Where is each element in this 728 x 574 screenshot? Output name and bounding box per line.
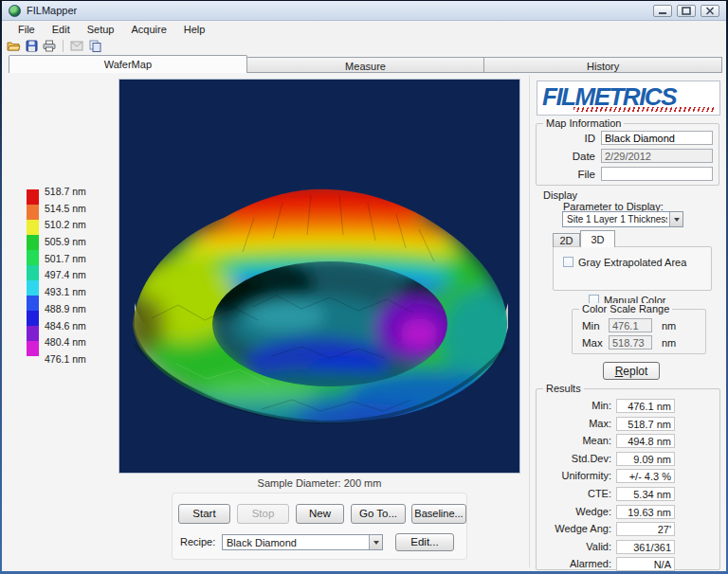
panel-divider xyxy=(529,75,530,567)
result-value: 5.34 nm xyxy=(616,487,675,501)
color-scale-range-title: Color Scale Range xyxy=(579,303,672,314)
result-label: Alarmed: xyxy=(570,558,611,569)
result-value: 476.1 nm xyxy=(616,399,675,413)
recipe-value: Black Diamond xyxy=(227,537,367,548)
id-field[interactable] xyxy=(601,131,713,145)
legend-colorbar xyxy=(27,189,39,356)
menu-file[interactable]: File xyxy=(9,22,44,38)
window-frame: FILMapper File Edit Setup Acquire Help xyxy=(0,0,728,574)
id-label: ID xyxy=(537,133,595,144)
filmapper-window: FILMapper File Edit Setup Acquire Help xyxy=(2,1,726,571)
recipe-dropdown-arrow[interactable] xyxy=(369,535,382,549)
go-to-button[interactable]: Go To... xyxy=(351,504,406,524)
legend-label: 488.9 nm xyxy=(45,301,86,318)
legend-label: 476.1 nm xyxy=(45,351,86,368)
baseline-button[interactable]: Baseline... xyxy=(411,504,466,524)
gray-extrapolated-checkbox[interactable] xyxy=(563,257,573,267)
legend-label: 510.2 nm xyxy=(45,217,86,234)
menu-setup[interactable]: Setup xyxy=(79,22,123,38)
wafermap-page: 518.7 nm514.5 nm510.2 nm505.9 nm501.7 nm… xyxy=(4,73,724,569)
result-label: Wedge: xyxy=(575,506,611,517)
gray-extrapolated-label: Gray Extrapolated Area xyxy=(578,257,686,268)
result-value: 518.7 nm xyxy=(616,417,675,431)
recipe-label: Recipe: xyxy=(180,536,215,547)
legend-labels: 518.7 nm514.5 nm510.2 nm505.9 nm501.7 nm… xyxy=(45,184,86,368)
sample-diameter-caption: Sample Diameter: 200 mm xyxy=(118,477,520,489)
tab-2d[interactable]: 2D xyxy=(553,233,580,247)
start-button[interactable]: Start xyxy=(178,504,230,524)
copy-icon[interactable] xyxy=(87,39,102,53)
file-field[interactable] xyxy=(601,167,713,181)
edit-recipe-button[interactable]: Edit... xyxy=(395,533,454,551)
menu-bar: File Edit Setup Acquire Help xyxy=(2,22,726,38)
date-field[interactable] xyxy=(601,149,713,163)
min-field[interactable] xyxy=(609,318,652,332)
toolbar-separator xyxy=(63,40,64,52)
recipe-combobox[interactable]: Black Diamond xyxy=(222,534,383,550)
replot-button[interactable]: Replot xyxy=(603,362,660,380)
result-value: 361/361 xyxy=(616,540,675,554)
legend-label: 497.4 nm xyxy=(45,267,86,284)
result-value: 494.8 nm xyxy=(616,434,675,448)
parameter-combobox[interactable]: Site 1 Layer 1 Thickness xyxy=(562,211,683,227)
result-row: Wedge Ang:27' xyxy=(537,521,719,539)
chevron-down-icon xyxy=(674,218,680,222)
print-icon[interactable] xyxy=(42,39,57,53)
result-value: +/- 4.3 % xyxy=(616,469,675,483)
toolbar xyxy=(2,38,726,54)
parameter-dropdown-arrow[interactable] xyxy=(669,212,682,226)
title-bar[interactable]: FILMapper xyxy=(2,1,726,21)
tab-measure[interactable]: Measure xyxy=(247,57,485,73)
result-value: 9.09 nm xyxy=(616,452,675,466)
max-field[interactable] xyxy=(609,335,652,350)
menu-help[interactable]: Help xyxy=(175,22,214,38)
result-row: Min:476.1 nm xyxy=(537,398,719,416)
maximize-button[interactable] xyxy=(677,5,696,17)
close-icon xyxy=(705,7,715,15)
new-button[interactable]: New xyxy=(296,504,344,524)
save-icon[interactable] xyxy=(24,39,39,53)
color-scale-range-group: Color Scale Range Min nm Max nm xyxy=(572,309,706,354)
tab-3d[interactable]: 3D xyxy=(580,230,615,247)
tab-history[interactable]: History xyxy=(484,57,722,73)
main-tabstrip: WaferMap Measure History xyxy=(9,55,722,73)
result-label: Wedge Ang: xyxy=(555,523,611,534)
map-information-title: Map Information xyxy=(543,117,624,129)
menu-edit[interactable]: Edit xyxy=(44,22,79,38)
report-icon[interactable] xyxy=(69,39,84,53)
result-row: Max:518.7 nm xyxy=(537,416,719,434)
tab-wafermap[interactable]: WaferMap xyxy=(9,55,247,73)
wafer-3d-plot[interactable] xyxy=(118,79,520,474)
filmetrics-logo-hatch xyxy=(573,107,716,112)
stop-button[interactable]: Stop xyxy=(237,504,289,524)
result-value: 27' xyxy=(616,522,675,536)
result-value: N/A xyxy=(616,557,675,571)
result-label: Valid: xyxy=(586,541,611,552)
result-value: 19.63 nm xyxy=(616,505,675,519)
result-label: Max: xyxy=(589,418,611,429)
result-label: Min: xyxy=(592,400,611,411)
wafer-3d-render xyxy=(119,80,519,473)
min-unit: nm xyxy=(662,320,676,332)
max-label: Max xyxy=(582,337,605,349)
map-information-group: Map Information ID Date File xyxy=(536,123,719,186)
results-rows: Min:476.1 nmMax:518.7 nmMean:494.8 nmStd… xyxy=(537,398,719,574)
app-icon xyxy=(9,5,21,17)
filmetrics-logo: FILMETRICS xyxy=(537,81,720,116)
result-label: Std.Dev: xyxy=(572,453,611,464)
file-label: File xyxy=(537,169,595,180)
close-button[interactable] xyxy=(701,5,719,17)
legend-label: 480.4 nm xyxy=(45,334,86,351)
chevron-down-icon xyxy=(373,541,379,545)
minimize-button[interactable] xyxy=(653,5,672,17)
open-file-icon[interactable] xyxy=(6,39,21,53)
maximize-icon xyxy=(682,7,691,15)
menu-acquire[interactable]: Acquire xyxy=(122,22,174,38)
legend-label: 493.1 nm xyxy=(45,284,86,301)
results-group: Results Min:476.1 nmMax:518.7 nmMean:494… xyxy=(536,388,720,570)
legend-label: 484.6 nm xyxy=(45,318,86,335)
result-label: Uniformity: xyxy=(561,470,611,481)
window-title: FILMapper xyxy=(27,5,77,16)
result-row: Wedge:19.63 nm xyxy=(537,504,719,522)
legend-label: 518.7 nm xyxy=(45,184,86,201)
